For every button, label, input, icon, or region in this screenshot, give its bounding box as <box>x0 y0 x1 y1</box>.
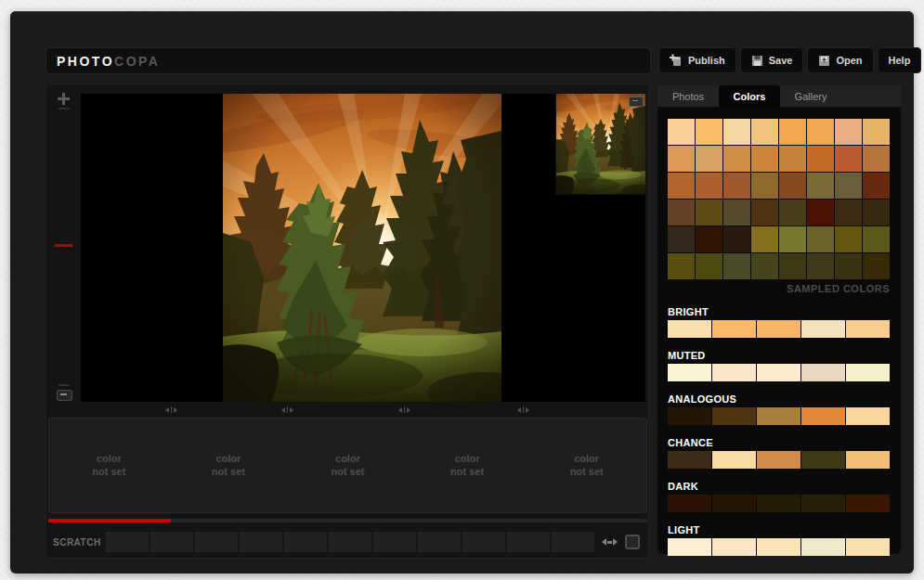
sampled-swatch[interactable] <box>807 200 834 226</box>
save-button[interactable]: Save <box>740 47 804 73</box>
palette-swatch[interactable] <box>846 364 890 381</box>
color-slot[interactable]: color not set <box>169 419 289 512</box>
sampled-swatch[interactable] <box>863 173 890 199</box>
scratch-slot[interactable] <box>195 532 238 552</box>
sampled-swatch[interactable] <box>696 226 722 252</box>
color-slot[interactable]: color not set <box>288 419 408 512</box>
palette-swatch[interactable] <box>757 451 800 469</box>
sampled-swatch[interactable] <box>807 226 834 252</box>
sampled-swatch[interactable] <box>835 226 862 252</box>
zoom-out-button[interactable] <box>57 390 72 401</box>
palette-swatch[interactable] <box>801 451 845 469</box>
palette-swatch[interactable] <box>801 495 845 512</box>
sampled-swatch[interactable] <box>668 226 695 252</box>
sampled-swatch[interactable] <box>696 146 722 172</box>
scratch-slot[interactable] <box>106 532 149 552</box>
palette-swatch[interactable] <box>801 364 845 381</box>
sampled-swatch[interactable] <box>779 173 806 199</box>
sampled-swatch[interactable] <box>863 200 890 226</box>
tab-photos[interactable]: Photos <box>657 85 719 107</box>
open-button[interactable]: Open <box>807 47 873 73</box>
tab-colors[interactable]: Colors <box>719 85 780 107</box>
sampled-swatch[interactable] <box>668 200 695 226</box>
palette-swatch[interactable] <box>801 538 845 556</box>
scratch-slot[interactable] <box>373 532 416 552</box>
sampled-swatch[interactable] <box>751 146 778 172</box>
slot-resize-handle[interactable] <box>162 406 180 414</box>
sampled-swatch[interactable] <box>807 253 834 279</box>
tab-gallery[interactable]: Gallery <box>780 85 841 107</box>
zoom-slider-handle[interactable] <box>55 244 72 247</box>
sampled-swatch[interactable] <box>779 200 806 226</box>
sampled-swatch[interactable] <box>779 146 806 172</box>
palette-swatch[interactable] <box>757 407 800 425</box>
sampled-swatch[interactable] <box>863 226 890 252</box>
sampled-swatch[interactable] <box>835 173 862 199</box>
palette-swatch[interactable] <box>846 451 890 469</box>
sampled-swatch[interactable] <box>863 146 890 172</box>
palette-swatch[interactable] <box>712 320 756 338</box>
publish-button[interactable]: Publish <box>658 47 736 73</box>
sampled-swatch[interactable] <box>723 226 750 252</box>
sampled-swatch[interactable] <box>835 119 862 145</box>
palette-swatch[interactable] <box>712 451 756 469</box>
sampled-swatch[interactable] <box>668 173 695 199</box>
sampled-swatch[interactable] <box>696 253 722 279</box>
sampled-swatch[interactable] <box>723 253 750 279</box>
sampled-swatch[interactable] <box>835 253 862 279</box>
palette-swatch[interactable] <box>801 407 845 425</box>
sampled-swatch[interactable] <box>723 146 750 172</box>
palette-swatch[interactable] <box>668 407 711 425</box>
palette-swatch[interactable] <box>757 495 800 512</box>
scratch-slot[interactable] <box>507 532 550 552</box>
palette-swatch[interactable] <box>712 538 756 556</box>
palette-swatch[interactable] <box>757 320 800 338</box>
slot-resize-handle[interactable] <box>395 406 413 414</box>
sampled-swatch[interactable] <box>779 119 806 145</box>
palette-swatch[interactable] <box>712 407 756 425</box>
sampled-swatch[interactable] <box>779 226 806 252</box>
color-slot[interactable]: color not set <box>527 419 646 512</box>
sampled-swatch[interactable] <box>723 200 750 226</box>
sampled-swatch[interactable] <box>668 253 695 279</box>
sampled-swatch[interactable] <box>751 226 778 252</box>
collapse-thumbnail-button[interactable] <box>629 97 644 107</box>
sampled-swatch[interactable] <box>807 173 834 199</box>
sampled-swatch[interactable] <box>668 119 695 145</box>
scratch-slot[interactable] <box>240 532 282 552</box>
palette-swatch[interactable] <box>668 538 711 556</box>
scratch-slot[interactable] <box>418 532 461 552</box>
sampled-swatch[interactable] <box>696 119 722 145</box>
slot-resize-handle[interactable] <box>278 406 296 414</box>
palette-swatch[interactable] <box>668 451 711 469</box>
scratch-slot[interactable] <box>462 532 505 552</box>
sampled-swatch[interactable] <box>668 146 695 172</box>
scratch-slot[interactable] <box>150 532 193 552</box>
sampled-swatch[interactable] <box>696 200 722 226</box>
sampled-swatch[interactable] <box>835 200 862 226</box>
photo-thumbnail[interactable] <box>556 94 645 194</box>
palette-swatch[interactable] <box>757 538 800 556</box>
sampled-swatch[interactable] <box>779 253 806 279</box>
sampled-swatch[interactable] <box>807 119 834 145</box>
palette-swatch[interactable] <box>846 407 890 425</box>
palette-swatch[interactable] <box>801 320 845 338</box>
palette-swatch[interactable] <box>712 364 756 381</box>
sampled-swatch[interactable] <box>863 253 890 279</box>
sampled-swatch[interactable] <box>751 119 778 145</box>
color-slot[interactable]: color not set <box>408 419 527 512</box>
zoom-in-button[interactable] <box>58 93 70 105</box>
help-button[interactable]: Help <box>878 47 922 73</box>
sampled-swatch[interactable] <box>835 146 862 172</box>
slot-resize-handle[interactable] <box>514 406 532 414</box>
color-slot[interactable]: color not set <box>49 419 169 512</box>
palette-swatch[interactable] <box>757 364 800 381</box>
scratch-toggle-button[interactable] <box>625 535 640 549</box>
palette-swatch[interactable] <box>712 495 756 512</box>
scratch-slot[interactable] <box>329 532 371 552</box>
sampled-swatch[interactable] <box>807 146 834 172</box>
palette-swatch[interactable] <box>846 538 890 556</box>
palette-swatch[interactable] <box>668 320 711 338</box>
sampled-swatch[interactable] <box>723 173 750 199</box>
sampled-swatch[interactable] <box>751 253 778 279</box>
